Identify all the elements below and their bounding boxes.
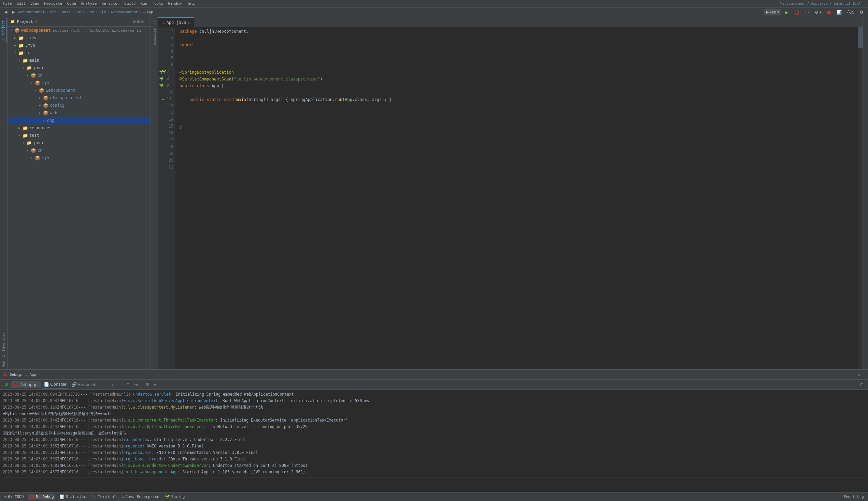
tab-structure[interactable]: Z: Structure [152, 19, 157, 47]
debug-run-cursor-btn[interactable]: ⇥ [133, 381, 139, 388]
menu-run[interactable]: Run [140, 1, 147, 6]
tree-item-resources[interactable]: ▶ 📁 resources [8, 124, 150, 132]
log-thread: restartedMain [90, 449, 121, 456]
tree-item-config[interactable]: ▶ 📦 config [8, 102, 150, 109]
tab-web[interactable]: Web [1, 359, 6, 369]
debug-settings-icon[interactable]: ⚙ [858, 372, 860, 377]
log-sep: --- [ [79, 449, 91, 456]
scroll-bar-indicator [3, 477, 865, 478]
menu-refactor[interactable]: Refactor [101, 1, 119, 6]
tree-item-main[interactable]: ▾ 📁 main [8, 57, 150, 64]
tab-project[interactable]: 1: Project [1, 19, 7, 43]
stop-button[interactable]: ◼ [825, 9, 833, 16]
debug-step-out-btn[interactable]: ↥ [125, 381, 132, 388]
tree-item-web[interactable]: ▶ 📦 web [8, 109, 150, 117]
log-highlight-msg: =MyListener==Web应用初始化的时候触发这个方法==null [3, 411, 112, 417]
line-gutter: 1 2 3 4 5 6 🌱 🌱 7 🌱 ▶ 8 🌱 ▶ [158, 27, 176, 369]
status-java-enterprise[interactable]: ☕ Java Enterprise [120, 494, 161, 500]
tree-item-webcomponent[interactable]: ▾ 📦 webcomponent sources root, F:\myCode… [8, 26, 150, 34]
editor-tab-app[interactable]: ☕ App.java ✕ [158, 18, 194, 27]
debug-variables-btn[interactable]: ≡ [152, 381, 158, 388]
status-event-log[interactable]: Event Log [842, 494, 865, 500]
debug-tab-console[interactable]: 📄 Console [42, 381, 68, 388]
debug-restart-btn[interactable]: ↺ [3, 381, 10, 388]
arrow-icon: ▶ [39, 111, 43, 115]
menu-file[interactable]: File [3, 1, 12, 6]
debug-app-close[interactable]: ✕ [38, 373, 40, 376]
panel-minimize-icon[interactable]: — [145, 19, 148, 24]
tree-hscrollbar[interactable] [8, 366, 150, 369]
bc-java[interactable]: java [76, 10, 85, 14]
panel-expand-icon[interactable]: ⊞ [137, 19, 140, 24]
tree-item-java-test[interactable]: ▾ 📁 java [8, 139, 150, 147]
bc-ljh[interactable]: ljh [99, 10, 106, 14]
menu-tools[interactable]: Tools [152, 1, 163, 6]
debug-tab-endpoints[interactable]: 🔗 Endpoints [70, 381, 99, 388]
debug-tab-debugger[interactable]: 🐞 Debugger [11, 381, 41, 388]
tree-label: classpathtest [50, 96, 82, 100]
log-msg: : JBoss Threads version 3.1.0.Final [164, 456, 246, 462]
code-line-4 [179, 49, 858, 55]
tree-item-idea[interactable]: ▶ 📁 .idea [8, 34, 150, 42]
tree-item-ljh[interactable]: ▾ 📦 ljh [8, 79, 150, 87]
bc-webcomponent[interactable]: webcomponent [18, 10, 45, 14]
tree-item-mvn[interactable]: ▶ 📁 .mvn [8, 42, 150, 49]
debug-up-btn[interactable]: ↑ [103, 381, 109, 388]
debug-frames-btn[interactable]: ⊞ [144, 381, 151, 388]
translate-button[interactable]: A文 [846, 9, 856, 16]
bc-webcomponent2[interactable]: webcomponent [111, 10, 138, 14]
tab-favorites[interactable]: 2: Favorites [1, 330, 6, 359]
code-editor[interactable]: package cn.ljh.webcomponent; import ... … [176, 27, 858, 369]
panel-dropdown-icon[interactable]: ▾ [35, 19, 37, 24]
run-button[interactable]: ▶ [783, 9, 790, 16]
status-statistic[interactable]: 📊 Statistic [58, 494, 88, 500]
tree-item-java[interactable]: ▾ 📁 java [8, 64, 150, 72]
tree-item-ljh-test[interactable]: ▾ 📦 ljh [8, 154, 150, 162]
more-run-button[interactable]: ⚙ ▾ [813, 9, 823, 15]
bc-main[interactable]: main [62, 10, 71, 14]
menu-edit[interactable]: Edit [17, 1, 26, 6]
tree-label: .idea [25, 35, 38, 40]
debug-minimize-icon[interactable]: — [862, 372, 865, 377]
debug-layout-btn[interactable]: ⊡ [858, 381, 865, 388]
nav-back-button[interactable]: ◀ [3, 9, 9, 15]
tree-item-classpathtest[interactable]: ▶ 📦 classpathtest [8, 94, 150, 102]
settings-gear[interactable]: ⚙ [858, 9, 865, 15]
tab-close-button[interactable]: ✕ [188, 21, 190, 24]
code-line-7: @SpringBootApplication [179, 69, 858, 76]
bc-src[interactable]: src [50, 10, 57, 14]
menu-code[interactable]: Code [67, 1, 76, 6]
coverage-button[interactable]: 🛡 [804, 9, 811, 15]
menu-help[interactable]: Help [186, 1, 196, 6]
menu-view[interactable]: View [30, 1, 40, 6]
tree-item-app[interactable]: ☕ App [8, 117, 150, 124]
tree-item-src[interactable]: ▾ 📁 src [8, 49, 150, 57]
debug-status-icon: 🐞 [29, 494, 34, 499]
status-todo[interactable]: ☑ 6: TODO [3, 494, 25, 500]
tree-item-cn-test[interactable]: ▾ 📦 cn [8, 147, 150, 154]
menu-build[interactable]: Build [124, 1, 136, 6]
profiler-button[interactable]: 📊 [835, 9, 844, 15]
panel-add-icon[interactable]: ⊕ [133, 19, 136, 24]
status-spring[interactable]: 🌱 Spring [164, 494, 186, 500]
debug-app-tab[interactable]: App [29, 372, 36, 377]
status-terminal[interactable]: ⬛ Terminal [90, 494, 117, 500]
minimap-scrollbar[interactable] [858, 27, 862, 369]
run-gutter-btn[interactable]: ▶ [162, 84, 164, 87]
tree-item-cn[interactable]: ▾ 📦 cn [8, 72, 150, 79]
run-method-gutter[interactable]: ▶ [162, 97, 164, 101]
status-debug[interactable]: 🐞 5: Debug [28, 494, 55, 500]
menu-window[interactable]: Window [168, 1, 181, 6]
panel-gear-icon[interactable]: ⚙ [141, 19, 144, 24]
debug-step-over-btn[interactable]: → [116, 381, 124, 388]
nav-forward-button[interactable]: ▶ [10, 9, 17, 15]
bc-cn[interactable]: cn [90, 10, 94, 14]
run-config-selector[interactable]: ▶ App ▾ [764, 9, 781, 15]
tree-item-webcomponent-pkg[interactable]: ▾ 📦 webcomponent [8, 87, 150, 94]
debug-down-btn[interactable]: ↓ [109, 381, 115, 388]
search-everywhere[interactable]: WebComponent / App.java / IntelliJ IDEA [780, 2, 860, 6]
tree-item-test[interactable]: ▾ 📁 test [8, 132, 150, 139]
debug-button[interactable]: 🐞 [792, 9, 802, 16]
menu-analyze[interactable]: Analyze [81, 1, 97, 6]
menu-navigate[interactable]: Navigate [44, 1, 62, 6]
